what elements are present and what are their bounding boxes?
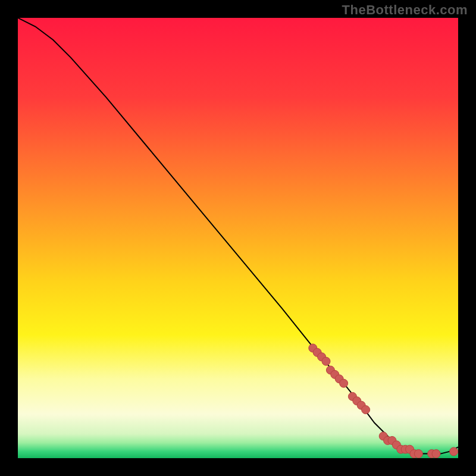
highlight-point <box>432 450 440 458</box>
plot-area <box>18 18 458 458</box>
highlight-point <box>340 379 348 387</box>
chart-container: TheBottleneck.com <box>0 0 476 476</box>
highlight-point <box>450 447 458 456</box>
highlight-point <box>362 406 370 414</box>
highlight-point <box>322 357 330 365</box>
highlight-point <box>414 450 422 458</box>
plot-svg <box>18 18 458 458</box>
gradient-background <box>18 18 458 458</box>
watermark-text: TheBottleneck.com <box>342 2 468 18</box>
